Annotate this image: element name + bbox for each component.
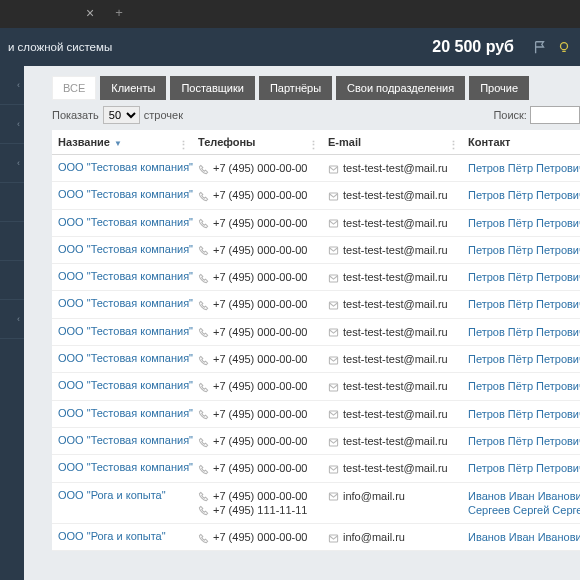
company-link[interactable]: ООО "Тестовая компания" <box>58 243 193 255</box>
contact-link[interactable]: Петров Пётр Петрович <box>468 162 580 174</box>
flag-icon[interactable] <box>532 39 548 55</box>
email-value: test-test-test@mail.ru <box>343 244 448 256</box>
mail-icon <box>328 218 339 229</box>
sidebar-item[interactable] <box>0 222 24 261</box>
phone-value: +7 (495) 000-00-00 <box>213 189 307 201</box>
filter-tab[interactable]: Прочие <box>469 76 529 100</box>
company-link[interactable]: ООО "Тестовая компания" <box>58 297 193 309</box>
contact-link[interactable]: Петров Пётр Петрович <box>468 380 580 392</box>
mail-icon <box>328 191 339 202</box>
sidebar-item[interactable] <box>0 261 24 300</box>
svg-rect-1 <box>329 166 337 173</box>
phone-value: +7 (495) 000-00-00 <box>213 271 307 283</box>
tab-close-icon[interactable]: × <box>84 7 96 19</box>
table-row: ООО "Тестовая компания"+7 (495) 000-00-0… <box>52 400 580 427</box>
email-value: test-test-test@mail.ru <box>343 217 448 229</box>
mail-icon <box>328 409 339 420</box>
svg-point-0 <box>561 43 568 50</box>
browser-tab-bar: × + <box>0 0 580 28</box>
phone-icon <box>198 505 209 516</box>
email-value: info@mail.ru <box>343 490 405 502</box>
contact-link[interactable]: Иванов Иван Иванович <box>468 531 580 543</box>
contact-link[interactable]: Петров Пётр Петрович <box>468 298 580 310</box>
contact-link[interactable]: Петров Пётр Петрович <box>468 244 580 256</box>
table-row: ООО "Тестовая компания"+7 (495) 000-00-0… <box>52 264 580 291</box>
company-link[interactable]: ООО "Рога и копыта" <box>58 489 166 501</box>
filter-tab[interactable]: Партнёры <box>259 76 332 100</box>
company-link[interactable]: ООО "Тестовая компания" <box>58 379 193 391</box>
column-header[interactable]: Контакт⋮ <box>462 130 580 155</box>
phone-value: +7 (495) 000-00-00 <box>213 298 307 310</box>
svg-rect-2 <box>329 193 337 200</box>
svg-rect-4 <box>329 248 337 255</box>
company-link[interactable]: ООО "Тестовая компания" <box>58 270 193 282</box>
search-label: Поиск: <box>493 109 527 121</box>
phone-value: +7 (495) 000-00-00 <box>213 353 307 365</box>
table-row: ООО "Рога и копыта"+7 (495) 000-00-00+7 … <box>52 482 580 524</box>
company-link[interactable]: ООО "Тестовая компания" <box>58 434 193 446</box>
phone-icon <box>198 245 209 256</box>
search-input[interactable] <box>530 106 580 124</box>
bulb-icon[interactable] <box>556 39 572 55</box>
contact-link[interactable]: Петров Пётр Петрович <box>468 435 580 447</box>
company-link[interactable]: ООО "Тестовая компания" <box>58 352 193 364</box>
sidebar-item[interactable]: ‹ <box>0 300 24 339</box>
contact-link[interactable]: Петров Пётр Петрович <box>468 217 580 229</box>
page-size-select[interactable]: 50 <box>103 106 140 124</box>
phone-value: +7 (495) 000-00-00 <box>213 380 307 392</box>
sidebar-item[interactable]: ‹ <box>0 66 24 105</box>
data-table: Название▼⋮Телефоны⋮E-mail⋮Контакт⋮Менедж… <box>52 130 580 551</box>
svg-rect-5 <box>329 275 337 282</box>
table-row: ООО "Тестовая компания"+7 (495) 000-00-0… <box>52 427 580 454</box>
email-value: test-test-test@mail.ru <box>343 189 448 201</box>
email-value: test-test-test@mail.ru <box>343 298 448 310</box>
contact-link[interactable]: Иванов Иван Иванович <box>468 490 580 502</box>
chevron-left-icon: ‹ <box>17 158 20 168</box>
contact-link[interactable]: Петров Пётр Петрович <box>468 353 580 365</box>
mail-icon <box>328 300 339 311</box>
contact-link[interactable]: Петров Пётр Петрович <box>468 326 580 338</box>
phone-value: +7 (495) 000-00-00 <box>213 435 307 447</box>
phone-value: +7 (495) 000-00-00 <box>213 462 307 474</box>
sidebar-item[interactable] <box>0 183 24 222</box>
chevron-left-icon: ‹ <box>17 119 20 129</box>
company-link[interactable]: ООО "Тестовая компания" <box>58 188 193 200</box>
company-link[interactable]: ООО "Тестовая компания" <box>58 325 193 337</box>
company-link[interactable]: ООО "Тестовая компания" <box>58 216 193 228</box>
company-link[interactable]: ООО "Тестовая компания" <box>58 161 193 173</box>
filter-tab[interactable]: Свои подразделения <box>336 76 465 100</box>
column-header[interactable]: Телефоны⋮ <box>192 130 322 155</box>
filter-tabs: ВСЕКлиентыПоставщикиПартнёрыСвои подразд… <box>52 76 580 100</box>
sidebar-item[interactable]: ‹ <box>0 105 24 144</box>
company-link[interactable]: ООО "Тестовая компания" <box>58 407 193 419</box>
email-value: test-test-test@mail.ru <box>343 462 448 474</box>
company-link[interactable]: ООО "Тестовая компания" <box>58 461 193 473</box>
phone-icon <box>198 464 209 475</box>
email-value: info@mail.ru <box>343 531 405 543</box>
phone-icon <box>198 409 209 420</box>
sidebar-item[interactable]: ‹ <box>0 144 24 183</box>
mail-icon <box>328 382 339 393</box>
sort-handle-icon: ⋮ <box>448 139 458 152</box>
table-row: ООО "Тестовая компания"+7 (495) 000-00-0… <box>52 236 580 263</box>
tab-new-icon[interactable]: + <box>112 6 126 20</box>
filter-tab[interactable]: Поставщики <box>170 76 255 100</box>
contact-link[interactable]: Петров Пётр Петрович <box>468 462 580 474</box>
filter-tab[interactable]: ВСЕ <box>52 76 96 100</box>
column-header[interactable]: E-mail⋮ <box>322 130 462 155</box>
contact-link[interactable]: Сергеев Сергей Сергеевич <box>468 504 580 516</box>
phone-icon <box>198 300 209 311</box>
company-link[interactable]: ООО "Рога и копыта" <box>58 530 166 542</box>
phone-icon <box>198 437 209 448</box>
phone-value: +7 (495) 000-00-00 <box>213 326 307 338</box>
contact-link[interactable]: Петров Пётр Петрович <box>468 408 580 420</box>
contact-link[interactable]: Петров Пётр Петрович <box>468 189 580 201</box>
table-row: ООО "Рога и копыта"+7 (495) 000-00-00inf… <box>52 524 580 551</box>
phone-value: +7 (495) 111-11-11 <box>213 504 307 516</box>
column-header[interactable]: Название▼⋮ <box>52 130 192 155</box>
contact-link[interactable]: Петров Пётр Петрович <box>468 271 580 283</box>
sort-handle-icon: ⋮ <box>178 139 188 152</box>
chevron-left-icon: ‹ <box>17 314 20 324</box>
filter-tab[interactable]: Клиенты <box>100 76 166 100</box>
svg-rect-9 <box>329 384 337 391</box>
